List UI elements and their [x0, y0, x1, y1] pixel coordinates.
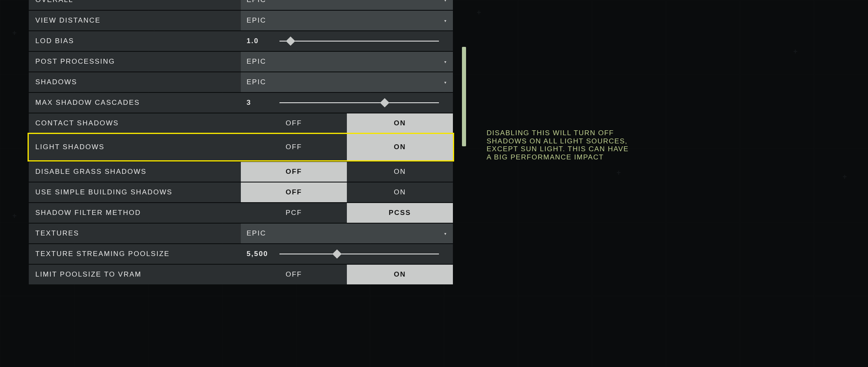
setting-control: EPIC▾	[241, 0, 453, 10]
dropdown-value: EPIC	[247, 229, 266, 238]
toggle-option-a[interactable]: OFF	[241, 162, 347, 182]
setting-label: OVERALL	[29, 0, 241, 10]
slider-value: 5,500	[247, 250, 279, 258]
setting-row: TEXTURESEPIC▾	[29, 224, 453, 243]
setting-label: MAX SHADOW CASCADES	[29, 93, 241, 113]
chevron-down-icon: ▾	[444, 18, 447, 23]
dropdown-value: EPIC	[247, 0, 266, 4]
toggle-option-b[interactable]: ON	[347, 134, 453, 160]
slider-value: 3	[247, 99, 279, 107]
toggle-option-a[interactable]: OFF	[241, 265, 347, 284]
setting-row: DISABLE GRASS SHADOWSOFFON	[29, 162, 453, 182]
setting-row: USE SIMPLE BUILDING SHADOWSOFFON	[29, 182, 453, 202]
quality-dropdown[interactable]: EPIC▾	[241, 0, 453, 10]
toggle-option-a[interactable]: PCF	[241, 203, 347, 223]
setting-label: TEXTURES	[29, 224, 241, 243]
setting-row: CONTACT SHADOWSOFFON	[29, 113, 453, 133]
settings-scrollbar[interactable]	[462, 47, 466, 146]
setting-label: LOD BIAS	[29, 31, 241, 51]
setting-description: DISABLING THIS WILL TURN OFF SHADOWS ON …	[487, 129, 635, 161]
setting-control: EPIC▾	[241, 52, 453, 72]
setting-row: POST PROCESSINGEPIC▾	[29, 52, 453, 72]
toggle: OFFON	[241, 162, 453, 182]
slider-track[interactable]	[279, 102, 439, 103]
setting-control: 1.0	[241, 31, 453, 51]
toggle-option-b[interactable]: PCSS	[347, 203, 453, 223]
setting-row: TEXTURE STREAMING POOLSIZE5,500	[29, 244, 453, 264]
chevron-down-icon: ▾	[444, 60, 447, 64]
setting-row: MAX SHADOW CASCADES3	[29, 93, 453, 113]
toggle-option-a[interactable]: OFF	[241, 134, 347, 160]
setting-label: DISABLE GRASS SHADOWS	[29, 162, 241, 182]
setting-label: POST PROCESSING	[29, 52, 241, 72]
slider-thumb[interactable]	[332, 249, 342, 259]
chevron-down-icon: ▾	[444, 80, 447, 85]
setting-row: SHADOW FILTER METHODPCFPCSS	[29, 203, 453, 223]
slider[interactable]: 5,500	[241, 244, 453, 264]
slider-track[interactable]	[279, 254, 439, 254]
slider[interactable]: 1.0	[241, 31, 453, 51]
setting-row: SHADOWSEPIC▾	[29, 72, 453, 92]
toggle-option-a[interactable]: OFF	[241, 182, 347, 202]
slider[interactable]: 3	[241, 93, 453, 113]
quality-dropdown[interactable]: EPIC▾	[241, 11, 453, 30]
toggle-option-b[interactable]: ON	[347, 113, 453, 133]
slider-track[interactable]	[279, 41, 439, 42]
toggle: OFFON	[241, 113, 453, 133]
toggle: OFFON	[241, 265, 453, 284]
setting-control: EPIC▾	[241, 224, 453, 243]
toggle-option-b[interactable]: ON	[347, 265, 453, 284]
setting-label: USE SIMPLE BUILDING SHADOWS	[29, 182, 241, 202]
quality-dropdown[interactable]: EPIC▾	[241, 72, 453, 92]
quality-dropdown[interactable]: EPIC▾	[241, 52, 453, 72]
dropdown-value: EPIC	[247, 78, 266, 86]
setting-row: VIEW DISTANCEEPIC▾	[29, 11, 453, 30]
settings-panel: OVERALLEPIC▾VIEW DISTANCEEPIC▾LOD BIAS1.…	[29, 0, 453, 285]
setting-label: LIMIT POOLSIZE TO VRAM	[29, 265, 241, 284]
toggle-option-a[interactable]: OFF	[241, 113, 347, 133]
toggle: OFFON	[241, 182, 453, 202]
toggle: PCFPCSS	[241, 203, 453, 223]
setting-label: TEXTURE STREAMING POOLSIZE	[29, 244, 241, 264]
slider-thumb[interactable]	[380, 98, 390, 108]
chevron-down-icon: ▾	[444, 0, 447, 2]
dropdown-value: EPIC	[247, 58, 266, 66]
setting-control: OFFON	[241, 265, 453, 284]
setting-control: OFFON	[241, 182, 453, 202]
toggle-option-b[interactable]: ON	[347, 162, 453, 182]
setting-control: 5,500	[241, 244, 453, 264]
setting-control: OFFON	[241, 134, 453, 160]
setting-control: EPIC▾	[241, 72, 453, 92]
slider-thumb[interactable]	[286, 37, 295, 46]
setting-control: OFFON	[241, 113, 453, 133]
setting-control: 3	[241, 93, 453, 113]
dropdown-value: EPIC	[247, 16, 266, 25]
setting-row: OVERALLEPIC▾	[29, 0, 453, 10]
quality-dropdown[interactable]: EPIC▾	[241, 224, 453, 243]
setting-control: PCFPCSS	[241, 203, 453, 223]
setting-row: LIMIT POOLSIZE TO VRAMOFFON	[29, 265, 453, 284]
setting-row: LIGHT SHADOWSOFFON	[29, 134, 453, 160]
setting-label: CONTACT SHADOWS	[29, 113, 241, 133]
chevron-down-icon: ▾	[444, 231, 447, 236]
setting-control: EPIC▾	[241, 11, 453, 30]
setting-label: LIGHT SHADOWS	[29, 134, 241, 160]
setting-row: LOD BIAS1.0	[29, 31, 453, 51]
setting-label: VIEW DISTANCE	[29, 11, 241, 30]
toggle-option-b[interactable]: ON	[347, 182, 453, 202]
toggle: OFFON	[241, 134, 453, 160]
setting-label: SHADOW FILTER METHOD	[29, 203, 241, 223]
setting-control: OFFON	[241, 162, 453, 182]
slider-value: 1.0	[247, 37, 279, 45]
setting-label: SHADOWS	[29, 72, 241, 92]
